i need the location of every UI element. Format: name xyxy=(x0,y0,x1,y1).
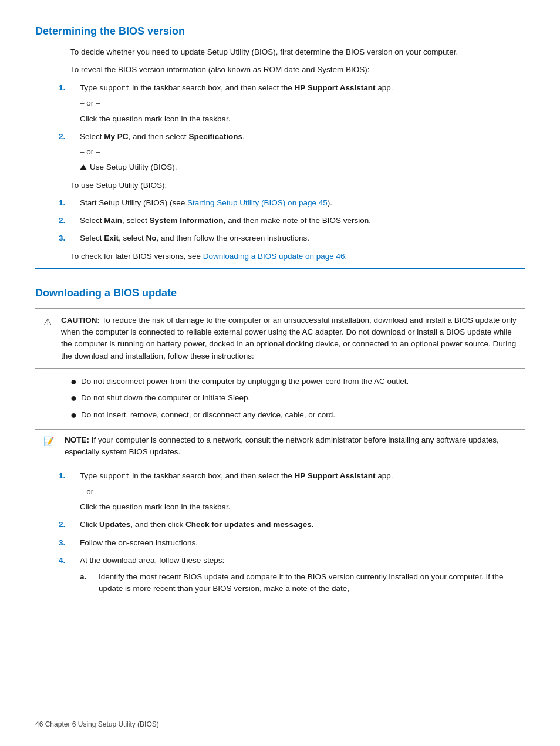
section2-steps-list: 1. Type support in the taskbar search bo… xyxy=(59,470,525,600)
s2-step1-text: Type support in the taskbar search box, … xyxy=(80,471,393,480)
check-later-link[interactable]: Downloading a BIOS update on page 46 xyxy=(203,252,345,261)
substep-list: a. Identify the most recent BIOS update … xyxy=(80,571,525,595)
step1-or-note: Click the question mark icon in the task… xyxy=(80,113,525,125)
bullet-dot-3: ● xyxy=(70,409,81,422)
check-later-text: To check for later BIOS versions, see Do… xyxy=(70,251,525,262)
step2-bold1: My PC xyxy=(104,132,128,141)
footer-chapter: Chapter 6 Using Setup Utility (BIOS) xyxy=(45,720,159,728)
section2-divider xyxy=(35,268,525,269)
step1-code: support xyxy=(99,85,130,93)
setup-step2-bold2: System Information xyxy=(150,216,224,225)
caution-triangle-icon: ⚠ xyxy=(43,315,56,329)
s2-step-num-4: 4. xyxy=(59,555,80,600)
section1-title: Determining the BIOS version xyxy=(35,23,525,39)
substep-a: a. Identify the most recent BIOS update … xyxy=(80,571,525,595)
s2-step1-or-note: Click the question mark icon in the task… xyxy=(80,501,525,513)
bullet-text-3: Do not insert, remove, connect, or disco… xyxy=(81,409,335,421)
caution-box: ⚠ CAUTION: To reduce the risk of damage … xyxy=(35,308,525,369)
caution-content: CAUTION: To reduce the risk of damage to… xyxy=(61,315,517,362)
setup-step2-content: Select Main, select System Information, … xyxy=(80,215,525,227)
section2-step1: 1. Type support in the taskbar search bo… xyxy=(59,470,525,513)
setup-step2-bold1: Main xyxy=(104,216,122,225)
note-icon: 📝 xyxy=(43,435,60,448)
step-num-2: 2. xyxy=(59,131,80,174)
setup-step1-content: Start Setup Utility (BIOS) (see Starting… xyxy=(80,197,525,209)
note-label: NOTE: xyxy=(65,436,89,444)
s2-step4-content: At the download area, follow these steps… xyxy=(80,555,525,600)
bullet-item-2: ● Do not shut down the computer or initi… xyxy=(65,392,525,405)
section2-step4: 4. At the download area, follow these st… xyxy=(59,555,525,600)
section1-steps: 1. Type support in the taskbar search bo… xyxy=(59,82,525,174)
step1-or: – or – xyxy=(80,97,525,109)
step1-bold: HP Support Assistant xyxy=(294,83,375,92)
s2-step1-or: – or – xyxy=(80,486,525,498)
section1-step2: 2. Select My PC, and then select Specifi… xyxy=(59,131,525,174)
note-text: If your computer is connected to a netwo… xyxy=(65,436,499,456)
page-container: Determining the BIOS version To decide w… xyxy=(0,0,560,746)
section1-intro: To decide whether you need to update Set… xyxy=(70,46,525,76)
step2-text: Select My PC, and then select Specificat… xyxy=(80,132,245,141)
use-setup-text: To use Setup Utility (BIOS): xyxy=(70,180,525,191)
s2-step-num-3: 3. xyxy=(59,537,80,549)
s2-step1-content: Type support in the taskbar search box, … xyxy=(80,470,525,513)
section1-intro2: To reveal the BIOS version information (… xyxy=(70,64,525,76)
step1-content: Type support in the taskbar search box, … xyxy=(80,82,525,125)
setup-step-num-2: 2. xyxy=(59,215,80,227)
note-content: NOTE: If your computer is connected to a… xyxy=(65,434,517,458)
setup-step3-bold2: No xyxy=(146,234,157,242)
step-num-1: 1. xyxy=(59,82,80,125)
section1-step1: 1. Type support in the taskbar search bo… xyxy=(59,82,525,125)
section2-step3: 3. Follow the on-screen instructions. xyxy=(59,537,525,549)
setup-step3-content: Select Exit, select No, and then follow … xyxy=(80,232,525,244)
footer-page: 46 xyxy=(35,720,43,728)
substep-letter-a: a. xyxy=(80,571,99,595)
s2-step-num-2: 2. xyxy=(59,519,80,531)
caution-bullets: ● Do not disconnect power from the compu… xyxy=(65,376,525,422)
bullet-text-2: Do not shut down the computer or initiat… xyxy=(81,392,250,404)
step2-or-note: Use Setup Utility (BIOS). xyxy=(80,161,525,173)
setup-step2: 2. Select Main, select System Informatio… xyxy=(59,215,525,227)
check-later-para: To check for later BIOS versions, see Do… xyxy=(70,251,525,262)
note-box: 📝 NOTE: If your computer is connected to… xyxy=(35,429,525,464)
setup-step3-bold1: Exit xyxy=(104,234,119,242)
s2-step2-bold1: Updates xyxy=(99,520,130,529)
s2-step2-bold2: Check for updates and messages xyxy=(185,520,312,529)
caution-text: To reduce the risk of damage to the comp… xyxy=(61,316,517,360)
section2-step2: 2. Click Updates, and then click Check f… xyxy=(59,519,525,531)
bullet-dot-2: ● xyxy=(70,392,81,405)
bullet-item-3: ● Do not insert, remove, connect, or dis… xyxy=(65,409,525,422)
s2-step1-bold: HP Support Assistant xyxy=(294,471,375,480)
bullet-dot-1: ● xyxy=(70,376,81,389)
setup-step1-link[interactable]: Starting Setup Utility (BIOS) on page 45 xyxy=(187,198,328,207)
setup-step-num-3: 3. xyxy=(59,232,80,244)
section2-title: Downloading a BIOS update xyxy=(35,285,525,301)
step2-content: Select My PC, and then select Specificat… xyxy=(80,131,525,174)
setup-step1: 1. Start Setup Utility (BIOS) (see Start… xyxy=(59,197,525,209)
triangle-icon xyxy=(80,164,87,170)
s2-step3-content: Follow the on-screen instructions. xyxy=(80,537,525,549)
section1-intro1: To decide whether you need to update Set… xyxy=(70,46,525,58)
bullet-item-1: ● Do not disconnect power from the compu… xyxy=(65,376,525,389)
s2-step2-content: Click Updates, and then click Check for … xyxy=(80,519,525,531)
step2-bold2: Specifications xyxy=(188,132,242,141)
s2-step1-code: support xyxy=(99,472,130,481)
s2-step-num-1: 1. xyxy=(59,470,80,513)
step1-text-before: Type support in the taskbar search box, … xyxy=(80,83,393,92)
substep-a-text: Identify the most recent BIOS update and… xyxy=(99,571,525,595)
setup-step-num-1: 1. xyxy=(59,197,80,209)
footer: 46 Chapter 6 Using Setup Utility (BIOS) xyxy=(35,719,159,730)
caution-label: CAUTION: xyxy=(61,316,100,325)
step2-or: – or – xyxy=(80,146,525,158)
bullet-text-1: Do not disconnect power from the compute… xyxy=(81,376,409,387)
use-setup-label: To use Setup Utility (BIOS): xyxy=(70,180,525,191)
setup-step3: 3. Select Exit, select No, and then foll… xyxy=(59,232,525,244)
setup-steps-list: 1. Start Setup Utility (BIOS) (see Start… xyxy=(59,197,525,245)
